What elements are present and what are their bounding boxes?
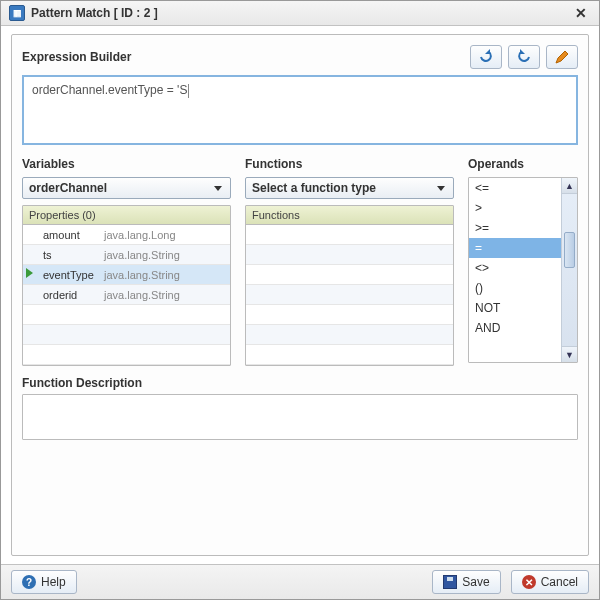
- close-icon[interactable]: ✕: [571, 5, 591, 21]
- list-item: [246, 325, 453, 345]
- body-area: Expression Builder orderChannel.eventTyp…: [1, 26, 599, 564]
- functions-label: Functions: [245, 157, 454, 171]
- property-name: amount: [43, 229, 98, 241]
- undo-button[interactable]: [470, 45, 502, 69]
- list-item: [246, 245, 453, 265]
- properties-rows: amountjava.lang.Longtsjava.lang.Stringev…: [23, 225, 230, 365]
- titlebar: ▦ Pattern Match [ ID : 2 ] ✕: [1, 1, 599, 26]
- list-item: [246, 285, 453, 305]
- property-row[interactable]: tsjava.lang.String: [23, 245, 230, 265]
- list-item: [23, 305, 230, 325]
- operand-item[interactable]: =: [469, 238, 561, 258]
- current-row-icon: [26, 268, 33, 278]
- operand-item[interactable]: <>: [469, 258, 561, 278]
- pattern-match-dialog: ▦ Pattern Match [ ID : 2 ] ✕ Expression …: [0, 0, 600, 600]
- variables-label: Variables: [22, 157, 231, 171]
- operand-item[interactable]: <=: [469, 178, 561, 198]
- operand-item[interactable]: NOT: [469, 298, 561, 318]
- operand-item[interactable]: >=: [469, 218, 561, 238]
- redo-button[interactable]: [508, 45, 540, 69]
- list-item: [23, 325, 230, 345]
- help-label: Help: [41, 575, 66, 589]
- operands-column: Operands <=>>==<>()NOTAND ▲ ▼: [468, 157, 578, 366]
- property-name: ts: [43, 249, 98, 261]
- cancel-label: Cancel: [541, 575, 578, 589]
- cancel-icon: ✕: [522, 575, 536, 589]
- list-item: [246, 225, 453, 245]
- property-row[interactable]: eventTypejava.lang.String: [23, 265, 230, 285]
- save-icon: [443, 575, 457, 589]
- property-type: java.lang.Long: [104, 229, 176, 241]
- text-cursor: [188, 84, 189, 98]
- property-type: java.lang.String: [104, 249, 180, 261]
- variables-selector[interactable]: orderChannel: [22, 177, 231, 199]
- variables-selector-value: orderChannel: [29, 181, 107, 195]
- properties-panel: Properties (0) amountjava.lang.Longtsjav…: [22, 205, 231, 366]
- save-button[interactable]: Save: [432, 570, 500, 594]
- property-row[interactable]: orderidjava.lang.String: [23, 285, 230, 305]
- undo-icon: [478, 49, 494, 65]
- function-description-box: [22, 394, 578, 440]
- help-icon: ?: [22, 575, 36, 589]
- operand-item[interactable]: (): [469, 278, 561, 298]
- list-item: [246, 265, 453, 285]
- help-button[interactable]: ? Help: [11, 570, 77, 594]
- property-type: java.lang.String: [104, 269, 180, 281]
- pencil-icon: [554, 49, 570, 65]
- expression-text: orderChannel.eventType = 'S: [32, 83, 187, 97]
- save-label: Save: [462, 575, 489, 589]
- redo-icon: [516, 49, 532, 65]
- functions-selector[interactable]: Select a function type: [245, 177, 454, 199]
- list-item: [246, 305, 453, 325]
- chevron-down-icon: [214, 186, 222, 191]
- window-title: Pattern Match [ ID : 2 ]: [31, 6, 158, 20]
- operands-list[interactable]: <=>>==<>()NOTAND ▲ ▼: [468, 177, 578, 363]
- operand-item[interactable]: >: [469, 198, 561, 218]
- list-item: [23, 345, 230, 365]
- app-icon: ▦: [9, 5, 25, 21]
- expression-builder-label: Expression Builder: [22, 50, 470, 64]
- operands-label: Operands: [468, 157, 578, 171]
- functions-panel-header: Functions: [246, 206, 453, 225]
- scroll-up-button[interactable]: ▲: [562, 178, 577, 194]
- scrollbar[interactable]: ▲ ▼: [561, 178, 577, 362]
- functions-column: Functions Select a function type Functio…: [245, 157, 454, 366]
- function-description-label: Function Description: [22, 376, 578, 390]
- cancel-button[interactable]: ✕ Cancel: [511, 570, 589, 594]
- list-item: [246, 345, 453, 365]
- expression-input[interactable]: orderChannel.eventType = 'S: [22, 75, 578, 145]
- scroll-thumb[interactable]: [564, 232, 575, 268]
- variables-column: Variables orderChannel Properties (0) am…: [22, 157, 231, 366]
- footer: ? Help Save ✕ Cancel: [1, 564, 599, 599]
- properties-header: Properties (0): [23, 206, 230, 225]
- edit-button[interactable]: [546, 45, 578, 69]
- functions-panel: Functions: [245, 205, 454, 366]
- functions-selector-value: Select a function type: [252, 181, 376, 195]
- operand-item[interactable]: AND: [469, 318, 561, 338]
- property-name: eventType: [43, 269, 98, 281]
- property-row[interactable]: amountjava.lang.Long: [23, 225, 230, 245]
- property-type: java.lang.String: [104, 289, 180, 301]
- property-name: orderid: [43, 289, 98, 301]
- inner-panel: Expression Builder orderChannel.eventTyp…: [11, 34, 589, 556]
- scroll-down-button[interactable]: ▼: [562, 346, 577, 362]
- chevron-down-icon: [437, 186, 445, 191]
